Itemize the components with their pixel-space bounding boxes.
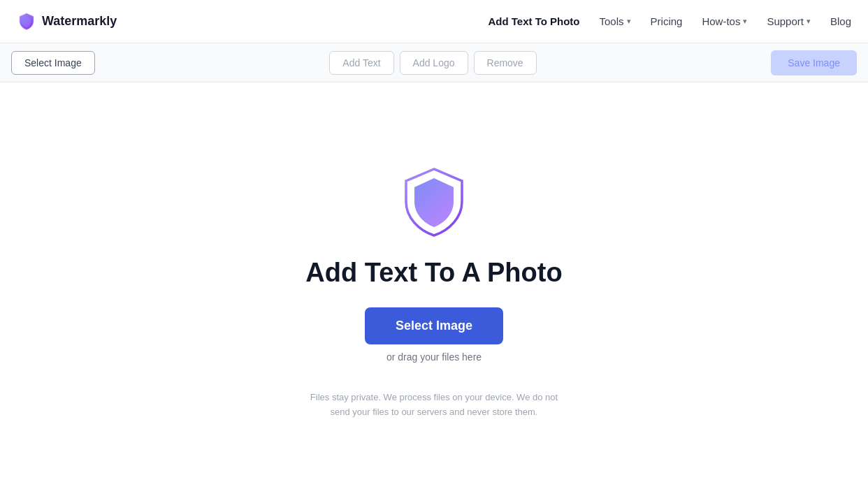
nav-link-support[interactable]: Support ▾ bbox=[767, 15, 811, 27]
drag-text: or drag your files here bbox=[386, 351, 482, 363]
nav-link-tools[interactable]: Tools ▾ bbox=[600, 15, 631, 27]
navbar: Watermarkly Add Text To Photo Tools ▾ Pr… bbox=[0, 0, 868, 43]
support-chevron-icon: ▾ bbox=[806, 17, 811, 26]
brand-name: Watermarkly bbox=[42, 14, 117, 29]
watermarkly-logo-icon bbox=[17, 12, 36, 31]
select-image-main-button[interactable]: Select Image bbox=[365, 307, 503, 344]
select-image-button[interactable]: Select Image bbox=[11, 51, 95, 75]
main-content: Add Text To A Photo Select Image or drag… bbox=[0, 82, 868, 503]
toolbar-center: Add Text Add Logo Remove bbox=[329, 51, 536, 75]
center-logo-icon bbox=[399, 166, 469, 245]
nav-brand-area: Watermarkly bbox=[17, 12, 117, 31]
nav-link-pricing[interactable]: Pricing bbox=[651, 15, 683, 27]
add-logo-button[interactable]: Add Logo bbox=[400, 51, 468, 75]
privacy-text: Files stay private. We process files on … bbox=[301, 391, 567, 420]
nav-links: Add Text To Photo Tools ▾ Pricing How-to… bbox=[488, 15, 851, 27]
remove-button[interactable]: Remove bbox=[474, 51, 537, 75]
toolbar-right: Save Image bbox=[771, 50, 857, 75]
main-title: Add Text To A Photo bbox=[305, 258, 562, 288]
how-tos-chevron-icon: ▾ bbox=[743, 17, 747, 26]
nav-link-blog[interactable]: Blog bbox=[830, 15, 851, 27]
nav-link-add-text[interactable]: Add Text To Photo bbox=[488, 15, 579, 27]
nav-link-how-tos[interactable]: How-tos ▾ bbox=[702, 15, 747, 27]
tools-chevron-icon: ▾ bbox=[627, 17, 631, 26]
toolbar-left: Select Image bbox=[11, 51, 95, 75]
save-image-button[interactable]: Save Image bbox=[771, 50, 857, 75]
add-text-button[interactable]: Add Text bbox=[329, 51, 393, 75]
toolbar: Select Image Add Text Add Logo Remove Sa… bbox=[0, 43, 868, 82]
